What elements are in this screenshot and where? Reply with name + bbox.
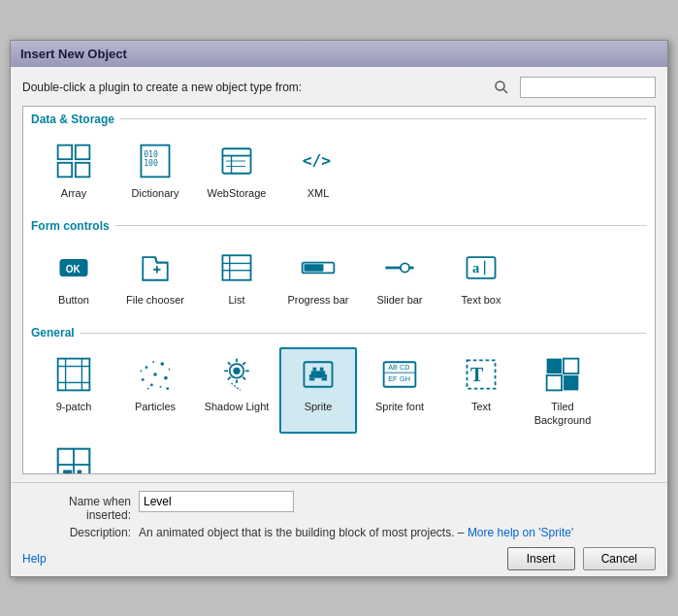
svg-rect-34 [58, 366, 90, 367]
item-button[interactable]: OK Button [35, 241, 113, 312]
svg-text:a: a [472, 259, 480, 275]
help-link[interactable]: Help [22, 552, 47, 566]
desc-row: Description: An animated object that is … [22, 526, 656, 539]
svg-point-42 [160, 386, 162, 388]
item-text-box[interactable]: a Text box [442, 241, 520, 312]
name-input[interactable] [139, 491, 294, 512]
item-list[interactable]: List [198, 241, 275, 312]
shadow-light-icon [215, 353, 258, 396]
item-shadow-light[interactable]: Shadow Light [198, 347, 275, 434]
svg-rect-80 [74, 448, 89, 464]
svg-rect-4 [58, 162, 73, 177]
section-title-form-controls: Form controls [31, 219, 115, 233]
search-input[interactable] [520, 77, 656, 98]
svg-rect-2 [58, 145, 73, 159]
insert-button[interactable]: Insert [507, 547, 575, 570]
svg-rect-76 [547, 375, 562, 390]
insert-new-object-dialog: Insert New Object Double-click a plugin … [10, 40, 668, 577]
item-dictionary[interactable]: 010 100 Dictionary [116, 134, 194, 206]
svg-text:T: T [470, 364, 484, 385]
slider-bar-icon [378, 246, 421, 289]
section-title-general: General [31, 326, 81, 340]
item-slider-bar[interactable]: Slider bar [361, 241, 438, 312]
item-slider-bar-label: Slider bar [376, 293, 422, 307]
svg-rect-60 [313, 368, 317, 372]
svg-text:OK: OK [66, 263, 81, 274]
svg-rect-64 [309, 378, 314, 381]
item-progress-bar[interactable]: Progress bar [279, 241, 357, 312]
button-icon: OK [52, 246, 95, 289]
svg-rect-62 [311, 371, 326, 374]
instruction-row: Double-click a plugin to create a new ob… [22, 77, 656, 98]
dialog-title: Insert New Object [20, 47, 127, 61]
svg-rect-35 [58, 382, 90, 383]
progress-bar-icon [297, 246, 339, 289]
svg-rect-84 [78, 470, 82, 473]
item-sprite-font[interactable]: AB CD EF GH Sprite font [361, 347, 438, 434]
svg-text:CD: CD [400, 364, 410, 373]
section-header-data-storage: Data & Storage [31, 113, 647, 126]
item-9-patch[interactable]: 9-patch [35, 347, 113, 434]
section-divider-form [115, 225, 647, 226]
sprite-icon [297, 353, 339, 396]
item-dictionary-label: Dictionary [132, 186, 179, 200]
item-file-chooser[interactable]: File chooser [116, 241, 194, 312]
item-tiled-background-label: Tiled Background [530, 400, 596, 428]
item-9-patch-label: 9-patch [56, 400, 92, 413]
webstorage-icon [215, 140, 258, 182]
section-divider-general [81, 333, 647, 334]
svg-rect-77 [564, 375, 578, 390]
item-array[interactable]: Array [35, 134, 113, 206]
cancel-button[interactable]: Cancel [583, 547, 656, 570]
svg-rect-83 [63, 470, 72, 473]
svg-line-57 [228, 377, 231, 380]
svg-point-38 [160, 362, 164, 366]
svg-rect-5 [76, 162, 90, 177]
sprite-font-icon: AB CD EF GH [378, 353, 421, 396]
svg-line-58 [232, 383, 241, 390]
section-header-form-controls: Form controls [31, 219, 647, 233]
item-particles[interactable]: Particles [116, 347, 194, 434]
item-list-label: List [228, 293, 244, 307]
more-help-link[interactable]: More help on 'Sprite' [468, 526, 573, 539]
item-text[interactable]: T Text [442, 347, 520, 434]
item-tiled-background[interactable]: Tiled Background [524, 347, 601, 434]
svg-rect-28 [467, 257, 495, 278]
item-webstorage[interactable]: WebStorage [198, 134, 275, 206]
svg-text:</>: </> [303, 151, 332, 170]
svg-text:EF: EF [388, 374, 398, 383]
section-header-general: General [31, 326, 647, 340]
dictionary-icon: 010 100 [134, 140, 177, 182]
item-sprite-font-label: Sprite font [375, 400, 424, 413]
array-icon [52, 140, 95, 182]
svg-rect-75 [564, 359, 578, 373]
desc-label: Description: [22, 526, 139, 539]
item-tilemap[interactable]: Tilemap [35, 438, 113, 474]
item-shadow-light-label: Shadow Light [205, 400, 270, 413]
item-xml[interactable]: </> XML [279, 134, 357, 206]
svg-text:GH: GH [400, 374, 410, 383]
svg-point-0 [496, 81, 504, 90]
tilemap-icon [52, 443, 95, 474]
svg-line-54 [228, 362, 231, 365]
svg-point-45 [141, 371, 143, 373]
tiled-background-icon [541, 353, 584, 396]
data-storage-items: Array 010 100 Dictionary [31, 134, 647, 206]
svg-point-43 [169, 369, 171, 371]
item-sprite[interactable]: Sprite [279, 347, 357, 434]
item-sprite-label: Sprite [305, 400, 333, 413]
xml-icon: </> [297, 140, 339, 182]
list-icon [215, 246, 258, 289]
svg-point-40 [164, 376, 168, 380]
section-divider [120, 118, 647, 119]
svg-point-37 [145, 366, 148, 369]
svg-rect-61 [320, 368, 324, 372]
svg-point-39 [142, 378, 145, 381]
svg-point-36 [153, 373, 157, 376]
section-general: General [23, 320, 655, 473]
svg-line-55 [242, 377, 245, 380]
9-patch-icon [52, 353, 95, 396]
svg-text:100: 100 [144, 158, 158, 168]
item-array-label: Array [61, 186, 86, 200]
svg-line-56 [242, 362, 245, 365]
